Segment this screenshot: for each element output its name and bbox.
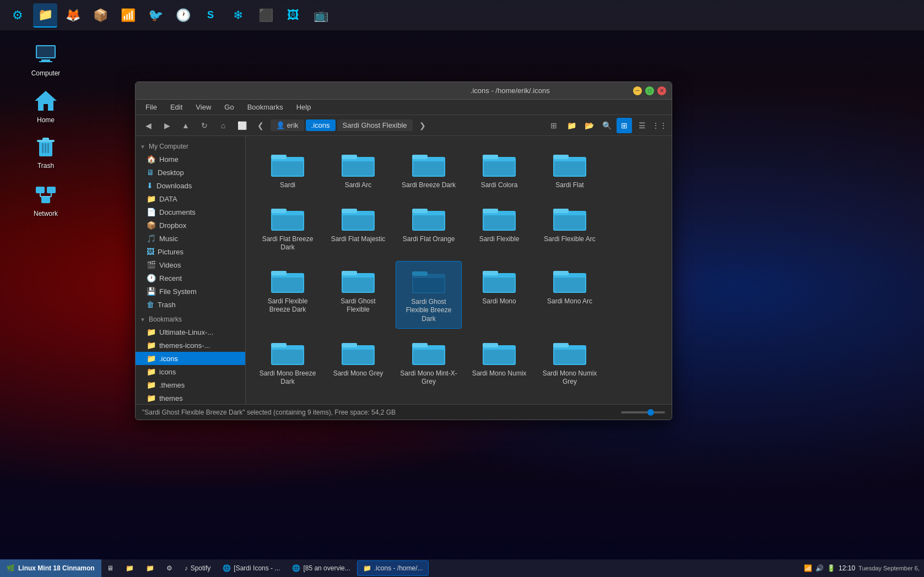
sidebar-item-dot-themes[interactable]: 📁 .themes (136, 378, 245, 391)
taskbar-fan-icon[interactable]: ❄ (226, 3, 250, 28)
folder-item-sardi-mono-numix-grey[interactable]: Sardi Mono Numix Grey (537, 333, 603, 391)
folder-item-sardi-ghost-flexible[interactable]: Sardi Ghost Flexible (325, 261, 391, 329)
menu-bookmarks[interactable]: Bookmarks (242, 101, 289, 113)
folder-options-button[interactable]: 📁 (564, 118, 579, 133)
folder-item-sardi-mono[interactable]: Sardi Mono (466, 261, 532, 329)
bookmarks-header[interactable]: ▼ Bookmarks (136, 313, 245, 325)
folder-item-sardi-mono-vertexed[interactable]: Sardi Mono Vertexed (325, 395, 391, 404)
taskbar-crop-icon[interactable]: ⬛ (253, 3, 278, 28)
list-view-button[interactable]: ☰ (634, 118, 650, 133)
close-button[interactable]: ✕ (657, 86, 666, 95)
task-spotify[interactable]: ♪ Spotify (179, 560, 217, 576)
task-sardi-icon: 🌐 (223, 564, 231, 572)
taskbar-twitter-icon[interactable]: 🐦 (143, 3, 167, 28)
breadcrumb-sardi[interactable]: Sardi Ghost Flexible (337, 119, 413, 131)
sidebar-item-music[interactable]: 🎵 Music (136, 232, 245, 245)
folder-item-sardi-mono-grey[interactable]: Sardi Mono Grey (325, 333, 391, 391)
menu-help[interactable]: Help (291, 101, 317, 113)
folder-item-sardi-mono-breeze-dark[interactable]: Sardi Mono Breeze Dark (255, 333, 321, 391)
folder-item-sardi-flat-majestic[interactable]: Sardi Flat Majestic (325, 199, 391, 257)
folder-item-sardi-flat-orange[interactable]: Sardi Flat Orange (396, 199, 462, 257)
sidebar-item-trash[interactable]: 🗑 Trash (136, 298, 245, 311)
svg-rect-72 (483, 343, 498, 347)
sidebar-item-dropbox[interactable]: 📦 Dropbox (136, 219, 245, 232)
addr-next-button[interactable]: ❯ (414, 118, 431, 133)
sidebar-item-downloads[interactable]: ⬇ Downloads (136, 179, 245, 192)
zoom-slider[interactable] (621, 411, 665, 413)
folder-item-sardi-flexible-breeze-dark[interactable]: Sardi Flexible Breeze Dark (255, 261, 321, 329)
menu-view[interactable]: View (190, 101, 217, 113)
folder-item-sardi-arc[interactable]: Sardi Arc (325, 145, 391, 194)
back-button[interactable]: ◀ (140, 118, 156, 133)
sidebar-item-home[interactable]: 🏠 Home (136, 153, 245, 166)
task-sardi[interactable]: 🌐 [Sardi Icons - ... (217, 560, 285, 576)
task-files2[interactable]: 📁 (141, 560, 160, 576)
taskbar-monitor-icon[interactable]: 📺 (309, 3, 333, 28)
folder-item-sardi-colora[interactable]: Sardi Colora (466, 145, 532, 194)
taskbar-wifi-icon[interactable]: 📶 (116, 3, 140, 28)
home-nav-button[interactable]: ⌂ (215, 118, 231, 133)
taskbar-firefox-icon[interactable]: 🦊 (61, 3, 85, 28)
folder-item-sardi-mono-orange[interactable]: Sardi Mono Orange (255, 395, 321, 404)
folder-item-sardi-mono-numix[interactable]: Sardi Mono Numix (466, 333, 532, 391)
desktop-icon-network[interactable]: Network (21, 179, 71, 220)
sidebar-item-icons[interactable]: 📁 icons (136, 365, 245, 378)
menu-edit[interactable]: Edit (165, 101, 188, 113)
taskbar-archive-icon[interactable]: 📦 (88, 3, 112, 28)
taskbar-files-icon[interactable]: 📁 (33, 3, 57, 28)
new-window-button[interactable]: ⊞ (546, 118, 561, 133)
breadcrumb-icons-active[interactable]: .icons (306, 119, 336, 131)
breadcrumb-erik[interactable]: 👤 erik (271, 119, 304, 131)
taskbar-photo-icon[interactable]: 🖼 (281, 3, 305, 28)
folder-item-sardi-ghost-flexible-breeze-dark[interactable]: Sardi Ghost Flexible Breeze Dark (396, 261, 462, 329)
icon-view-button[interactable]: ⊞ (617, 118, 632, 133)
open-location-button[interactable]: 📂 (581, 118, 597, 133)
folder-item-sardi-flat[interactable]: Sardi Flat (537, 145, 603, 194)
task-files1[interactable]: 📁 (120, 560, 139, 576)
folder-item-sardi-flat-breeze-dark[interactable]: Sardi Flat Breeze Dark (255, 199, 321, 257)
sidebar-item-pictures[interactable]: 🖼 Pictures (136, 245, 245, 258)
up-button[interactable]: ▲ (177, 118, 194, 133)
menu-file[interactable]: File (140, 101, 163, 113)
folder-item-sardi[interactable]: Sardi (255, 145, 321, 194)
task-overview[interactable]: 🌐 [85 an overvie... (287, 560, 355, 576)
sidebar-item-filesystem[interactable]: 💾 File System (136, 285, 245, 298)
taskbar-skype-icon[interactable]: S (198, 3, 223, 28)
desktop-icon-home[interactable]: Home (21, 85, 71, 126)
desktop-icon-computer[interactable]: Computer (21, 39, 71, 79)
taskbar-settings-icon[interactable]: ⚙ (6, 3, 30, 28)
folder-item-sardi-breeze-dark[interactable]: Sardi Breeze Dark (396, 145, 462, 194)
folder-item-sardi-flexible-arc[interactable]: Sardi Flexible Arc (537, 199, 603, 257)
sidebar-item-videos[interactable]: 🎬 Videos (136, 258, 245, 271)
tray-date: Tuesday September 6, (858, 565, 920, 571)
addr-prev-button[interactable]: ❮ (252, 118, 269, 133)
forward-button[interactable]: ▶ (159, 118, 175, 133)
folder-item-sardi-vertexed[interactable]: Sardi Vertexed (396, 395, 462, 404)
my-computer-header[interactable]: ▼ My Computer (136, 140, 245, 153)
start-button[interactable]: 🌿 Linux Mint 18 Cinnamon (0, 559, 101, 577)
desktop-icon-trash[interactable]: Trash (21, 131, 71, 172)
reload-button[interactable]: ↻ (196, 118, 213, 133)
folder-item-sardi-mono-arc[interactable]: Sardi Mono Arc (537, 261, 603, 329)
sidebar-item-themes-icons[interactable]: 📁 themes-icons-... (136, 339, 245, 352)
sidebar-item-themes[interactable]: 📁 themes (136, 391, 245, 404)
sidebar-item-desktop[interactable]: 🖥 Desktop (136, 166, 245, 179)
sidebar-item-dot-icons[interactable]: 📁 .icons (136, 352, 245, 365)
minimize-button[interactable]: ─ (633, 86, 642, 95)
search-button[interactable]: 🔍 (599, 118, 614, 133)
sidebar-item-recent[interactable]: 🕐 Recent (136, 271, 245, 285)
sidebar-item-data[interactable]: 📁 DATA (136, 192, 245, 205)
task-icons[interactable]: 📁 .icons - /home/... (357, 560, 429, 576)
menu-go[interactable]: Go (219, 101, 239, 113)
compact-view-button[interactable]: ⋮⋮ (652, 118, 667, 133)
folder-item-sardi-flexible[interactable]: Sardi Flexible (466, 199, 532, 257)
taskbar-clock-icon[interactable]: 🕐 (171, 3, 195, 28)
sidebar-item-documents[interactable]: 📄 Documents (136, 205, 245, 219)
svg-rect-60 (553, 271, 569, 275)
task-tools[interactable]: ⚙ (161, 560, 178, 576)
new-tab-button[interactable]: ⬜ (234, 118, 250, 133)
task-mint[interactable]: 🖥 (101, 560, 119, 576)
maximize-button[interactable]: □ (645, 86, 654, 95)
folder-item-sardi-mono-mint-x-grey[interactable]: Sardi Mono Mint-X-Grey (396, 333, 462, 391)
sidebar-item-ultimate-linux[interactable]: 📁 Ultimate-Linux-... (136, 325, 245, 339)
